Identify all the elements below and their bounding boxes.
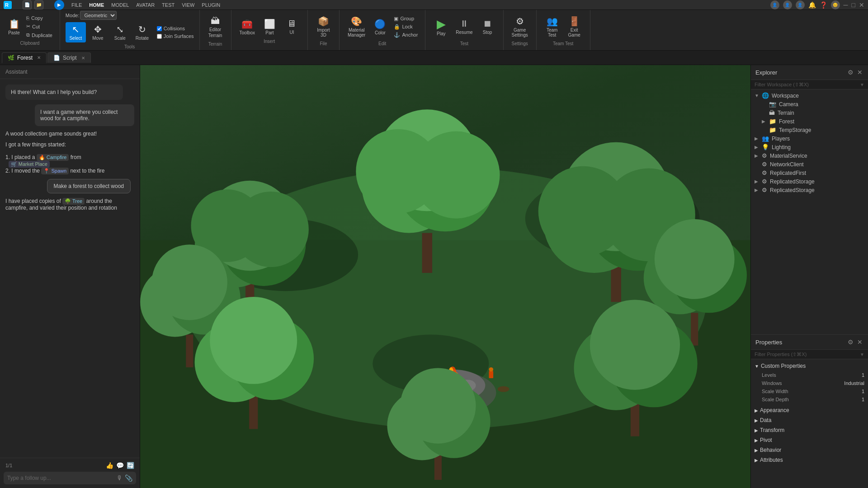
menu-test[interactable]: TEST xyxy=(162,2,175,8)
menu-avatar[interactable]: AVATAR xyxy=(136,2,155,8)
custom-properties-header[interactable]: ▼ Custom Properties xyxy=(751,361,868,371)
game-settings-button[interactable]: ⚙ Game Settings xyxy=(509,14,531,39)
tree-tempstorage[interactable]: 📁 TempStorage xyxy=(751,126,868,134)
editor-terrain-button[interactable]: 🏔 Editor Terrain xyxy=(205,14,226,40)
menu-file[interactable]: FILE xyxy=(71,2,82,8)
tab-forest[interactable]: 🌿 Forest ✕ xyxy=(2,52,47,63)
window-minimize-icon[interactable]: ─ xyxy=(844,1,848,9)
user-avatar-3[interactable]: 👤 xyxy=(796,0,805,9)
properties-settings-icon[interactable]: ⚙ xyxy=(847,338,854,347)
collisions-checkbox[interactable] xyxy=(157,26,162,31)
menu-view[interactable]: VIEW xyxy=(182,2,194,8)
chat-input[interactable] xyxy=(7,475,114,481)
scale-button[interactable]: ⤡ Scale xyxy=(110,22,130,42)
new-file-icon[interactable]: 📄 xyxy=(23,0,32,9)
tab-script[interactable]: 📄 Script ✕ xyxy=(47,52,91,63)
join-surfaces-checkbox[interactable] xyxy=(157,34,162,39)
tree-materialservice[interactable]: ▶ ⚙ MaterialService xyxy=(751,151,868,160)
transform-section-header[interactable]: ▶ Transform xyxy=(751,425,868,435)
data-section-header[interactable]: ▶ Data xyxy=(751,415,868,425)
user-avatar-1[interactable]: 👤 xyxy=(770,0,779,9)
tree-players[interactable]: ▶ 👥 Players xyxy=(751,134,868,143)
select-icon: ↖ xyxy=(72,24,80,35)
prop-scaledepth-val[interactable]: 1 xyxy=(828,397,864,402)
cut-button[interactable]: ✂ Cut xyxy=(24,23,54,30)
tree-workspace[interactable]: ▼ 🌐 Workspace xyxy=(751,91,868,100)
select-button[interactable]: ↖ Select xyxy=(66,22,86,42)
toolbox-button[interactable]: 🧰 Toolbox xyxy=(237,17,258,37)
properties-close-icon[interactable]: ✕ xyxy=(856,338,863,347)
notifications-icon[interactable]: 🔔 xyxy=(808,1,816,9)
attributes-section-header[interactable]: ▶ Attributes xyxy=(751,455,868,465)
tree-replicatedstorage2[interactable]: ▶ ⚙ ReplicatedStorage xyxy=(751,186,868,194)
tree-camera[interactable]: 📷 Camera xyxy=(751,100,868,108)
color-button[interactable]: 🔵 Color xyxy=(370,17,390,37)
behavior-section-header[interactable]: ▶ Behavior xyxy=(751,445,868,455)
spawn-tag[interactable]: 📍 Spawn xyxy=(41,168,69,174)
refresh-button[interactable]: 🔄 xyxy=(127,462,134,469)
folder-icon[interactable]: 📁 xyxy=(34,0,43,9)
tree-tag[interactable]: 🌳 Tree xyxy=(62,198,85,205)
paste-button[interactable]: 📋 Paste xyxy=(5,17,23,37)
explorer-filter-input[interactable] xyxy=(755,82,860,87)
explorer-close-icon[interactable]: ✕ xyxy=(856,68,863,77)
material-manager-button[interactable]: 🎨 Material Manager xyxy=(345,14,368,39)
tab-script-close[interactable]: ✕ xyxy=(81,56,85,61)
properties-filter-input[interactable] xyxy=(755,352,860,357)
prop-windows-val[interactable]: Industrial xyxy=(828,380,864,386)
resume-button[interactable]: ⏸ Resume xyxy=(453,17,475,37)
import3d-button[interactable]: 📦 Import 3D xyxy=(313,14,334,39)
menu-model[interactable]: MODEL xyxy=(111,2,129,8)
stop-button[interactable]: ⏹ Stop xyxy=(477,17,498,37)
suggestion-button[interactable]: Make a forest to collect wood xyxy=(47,179,131,193)
play-button[interactable]: ▶ Play xyxy=(431,14,451,39)
tree-replicatedstorage1[interactable]: ▶ ⚙ ReplicatedStorage xyxy=(751,177,868,186)
part-button[interactable]: ⬜ Part xyxy=(259,17,280,37)
anchor-button[interactable]: ⚓ Anchor xyxy=(392,31,420,39)
tree-replicatedfirst[interactable]: ⚙ ReplicatedFirst xyxy=(751,169,868,177)
current-user-avatar[interactable]: 😊 xyxy=(831,0,840,9)
collisions-checkbox-row[interactable]: Collisions xyxy=(157,25,194,32)
join-surfaces-checkbox-row[interactable]: Join Surfaces xyxy=(157,33,194,40)
duplicate-button[interactable]: ⧉ Duplicate xyxy=(24,31,54,39)
help-icon[interactable]: ❓ xyxy=(820,1,827,9)
menu-plugin[interactable]: PLUGIN xyxy=(202,2,220,8)
pivot-section-header[interactable]: ▶ Pivot xyxy=(751,435,868,445)
explorer-settings-icon[interactable]: ⚙ xyxy=(847,68,854,77)
svg-point-54 xyxy=(210,297,297,384)
tree-lighting[interactable]: ▶ 💡 Lighting xyxy=(751,143,868,151)
tree-forest[interactable]: ▶ 📁 Forest xyxy=(751,117,868,126)
tab-forest-close[interactable]: ✕ xyxy=(37,55,41,60)
campfire-tag[interactable]: 🔥 Campfire xyxy=(37,154,69,161)
mic-icon[interactable]: 🎙 xyxy=(117,474,123,482)
test-group: ▶ Play ⏸ Resume ⏹ Stop Test xyxy=(425,10,503,50)
exit-game-button[interactable]: 🚪 Exit Game xyxy=(564,14,585,39)
run-btn[interactable]: ▶ xyxy=(54,0,64,10)
forest-arrow-icon: ▶ xyxy=(762,119,767,124)
copy-button[interactable]: ⎘ Copy xyxy=(24,14,54,22)
explorer-panel-icons: ⚙ ✕ xyxy=(847,68,863,77)
marketplace-tag[interactable]: 🛒 Market Place xyxy=(9,161,50,168)
group-button[interactable]: ▣ Group xyxy=(392,15,420,23)
comment-button[interactable]: 💬 xyxy=(116,462,124,469)
prop-scalewidth-val[interactable]: 1 xyxy=(828,389,864,394)
viewport[interactable] xyxy=(140,65,750,488)
mode-select[interactable]: Geometric xyxy=(80,11,117,20)
data-arrow-icon: ▶ xyxy=(755,418,758,423)
tree-terrain[interactable]: 🏔 Terrain xyxy=(751,108,868,117)
appearance-section-header[interactable]: ▶ Appearance xyxy=(751,405,868,415)
window-maximize-icon[interactable]: □ xyxy=(852,1,855,9)
user-avatar-2[interactable]: 👤 xyxy=(783,0,792,9)
menu-home[interactable]: HOME xyxy=(89,2,104,8)
thumbs-up-button[interactable]: 👍 xyxy=(106,462,113,469)
lock-icon: 🔒 xyxy=(394,24,400,30)
tree-networkclient[interactable]: ⚙ NetworkClient xyxy=(751,160,868,169)
attachment-icon[interactable]: 📎 xyxy=(125,474,132,482)
lock-button[interactable]: 🔒 Lock xyxy=(392,23,420,31)
team-test-button[interactable]: 👥 Team Test xyxy=(542,14,562,39)
window-close-icon[interactable]: ✕ xyxy=(859,1,864,9)
prop-levels-val[interactable]: 1 xyxy=(828,372,864,378)
rotate-button[interactable]: ↻ Rotate xyxy=(132,22,152,42)
ui-button[interactable]: 🖥 UI xyxy=(282,17,302,37)
move-button[interactable]: ✥ Move xyxy=(88,22,108,42)
